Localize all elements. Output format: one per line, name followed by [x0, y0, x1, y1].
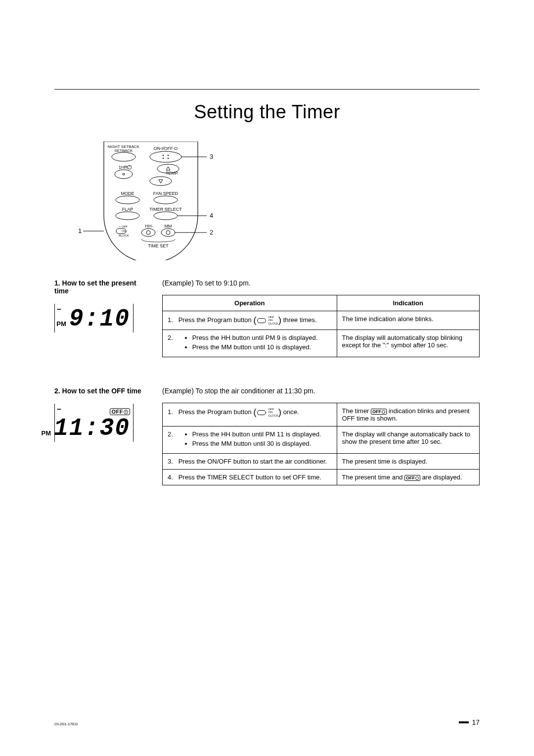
page-footer: OI-201-17EG 17 [54, 718, 480, 726]
display1-pm: PM [56, 320, 66, 328]
section2-table: 1. Press the Program button ( OFF ON CLO… [162, 403, 480, 485]
label-mode: MODE [121, 191, 134, 196]
s1-row2-op: 2. Press the HH button until PM 9 is dis… [163, 330, 337, 357]
label-flap: FLAP [122, 207, 134, 212]
s2-row1-ind: The timer OFF indication blinks and pres… [337, 403, 479, 426]
page-title: Setting the Timer [54, 101, 480, 123]
svg-point-17 [154, 196, 178, 204]
s1-row2-ind: The display will automatically stop blin… [337, 330, 479, 357]
s1-row2-b1: Press the HH button until PM 9 is displa… [192, 334, 331, 341]
clock-icon [124, 410, 128, 414]
display1-minus: – [57, 305, 61, 314]
remote-svg: NIGHT SETBACK SETBACK ON·I/OFF·O 1HR. TE… [69, 142, 237, 260]
label-1hr: 1HR. [119, 165, 129, 170]
off-badge-icon: OFF [404, 475, 420, 481]
th-operation: Operation [163, 295, 337, 311]
section1-num: 1. [54, 279, 60, 287]
s2-row2-b2: Press the MM button until 30 is displaye… [192, 440, 331, 447]
svg-point-19 [154, 212, 178, 220]
section2-example: (Example) To stop the air conditioner at… [162, 387, 480, 395]
svg-point-16 [116, 196, 139, 204]
program-button-icon: ( OFF ON CLOCK ) [253, 315, 281, 326]
label-timeset: TIME SET [148, 243, 169, 248]
section2-heading: 2. How to set the OFF time [54, 387, 148, 395]
section1-heading: 1. How to set the present time [54, 279, 148, 295]
s2-row1-op: 1. Press the Program button ( OFF ON CLO… [163, 403, 337, 426]
label-clock: CLOCK [119, 234, 129, 237]
svg-point-24 [166, 231, 170, 235]
program-button-icon: ( OFF ON CLOCK ) [253, 407, 281, 418]
display2-pm: PM [41, 429, 51, 437]
label-onoff: ON·I/OFF·O [154, 146, 178, 151]
svg-point-3 [150, 151, 181, 162]
svg-point-10 [115, 170, 133, 179]
section-set-present-time: 1. How to set the present time – PM 9:10… [54, 279, 480, 357]
s2-row3-ind: The present time is displayed. [337, 454, 479, 470]
label-timerselect: TIMER SELECT [149, 207, 182, 212]
svg-point-7 [168, 158, 169, 159]
s2-row4-op: 4. Press the TIMER SELECT button to set … [163, 470, 337, 485]
display-off-time: – OFF PM 11:30 [54, 404, 134, 442]
s1-row1-op: 1. Press the Program button ( OFF ON CLO… [163, 311, 337, 330]
svg-point-18 [116, 212, 139, 220]
label-off: OFF [122, 225, 128, 228]
th-indication: Indication [337, 295, 479, 311]
svg-point-2 [112, 152, 135, 161]
footer-bar-icon [459, 721, 469, 723]
label-fanspeed: FAN SPEED [153, 191, 178, 196]
label-hh: HH [145, 224, 152, 229]
svg-marker-15 [159, 180, 163, 183]
label-on: ON [122, 230, 126, 233]
off-badge-icon: OFF [371, 409, 387, 415]
section1-table: Operation Indication 1. Press the Progra… [162, 295, 480, 357]
s2-row2-op: 2. Press the HH button until PM 11 is di… [163, 426, 337, 454]
doc-id: OI-201-17EG [54, 722, 78, 726]
callout-1: 1 [78, 227, 82, 235]
label-mm: MM [165, 224, 172, 229]
s2-row2-b1: Press the HH button until PM 11 is displ… [192, 430, 331, 438]
svg-point-4 [163, 155, 164, 156]
svg-point-6 [163, 158, 164, 159]
section-set-off-time: 2. How to set the OFF time – OFF PM 11:3… [54, 387, 480, 485]
s2-row2-ind: The display will change automatically ba… [337, 426, 479, 454]
display2-minus: – [57, 405, 61, 414]
s1-row2-b2: Press the MM button until 10 is displaye… [192, 343, 331, 351]
svg-point-11 [123, 173, 125, 175]
svg-point-22 [161, 229, 175, 236]
rule-top [54, 89, 480, 90]
display1-time: 9:10 [69, 306, 130, 331]
callout-3: 3 [210, 153, 213, 160]
page-number: 17 [472, 718, 480, 726]
svg-point-21 [141, 229, 155, 236]
svg-point-14 [150, 177, 172, 186]
callout-4: 4 [210, 212, 213, 219]
callout-2: 2 [210, 229, 213, 236]
section2-title: How to set the OFF time [62, 387, 141, 395]
section1-example: (Example) To set to 9:10 pm. [162, 279, 480, 287]
remote-diagram: NIGHT SETBACK SETBACK ON·I/OFF·O 1HR. TE… [69, 142, 480, 260]
s2-row3-op: 3. Press the ON/OFF button to start the … [163, 454, 337, 470]
section1-title: How to set the present time [54, 279, 136, 295]
display2-time: 11:30 [54, 416, 130, 440]
display-present-time: – PM 9:10 [54, 304, 134, 332]
s1-row1-ind: The time indication alone blinks. [337, 311, 479, 330]
svg-point-23 [146, 231, 150, 235]
s2-row4-ind: The present time and OFF are displayed. [337, 470, 479, 485]
section2-num: 2. [54, 387, 60, 395]
svg-marker-13 [166, 167, 170, 170]
svg-point-5 [168, 155, 169, 156]
